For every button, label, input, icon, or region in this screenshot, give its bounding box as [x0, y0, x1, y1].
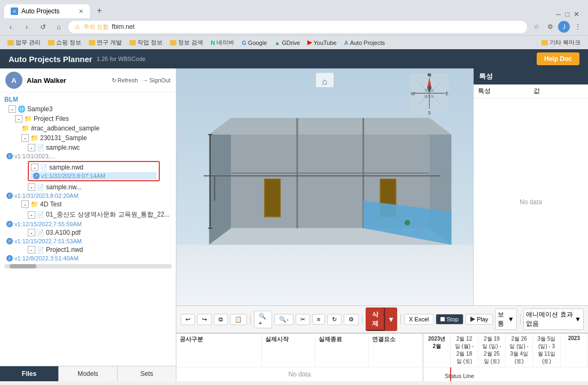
svg-text:S: S [428, 111, 431, 116]
stop-button[interactable]: Stop [436, 314, 463, 325]
viewport[interactable]: 북 S E W 진여도 법인도 ⌂ [176, 68, 473, 305]
expand-project1[interactable]: - [28, 246, 35, 253]
new-tab-button[interactable]: + [92, 3, 107, 18]
animation-dropdown[interactable]: 애니메이션 효과 없음 ▼ [523, 309, 584, 330]
window-minimize-button[interactable]: ─ [556, 10, 561, 18]
bookmark-item-google[interactable]: G Google [238, 38, 270, 47]
reload-button[interactable]: ↺ [36, 20, 49, 33]
bookmark-item-3[interactable]: 작업 정보 [126, 37, 166, 48]
tree-version-nw-other[interactable]: ⏱ v1:1/31/2023,8:02:20AM [0, 192, 176, 199]
main-layout: A Alan Walker ↻ Refresh → SignOut BLM - … [0, 68, 588, 381]
app-title: Auto Projects Planner [9, 55, 92, 64]
tab-models[interactable]: Models [59, 366, 118, 381]
paste-button[interactable]: 📋 [230, 314, 247, 325]
window-maximize-button[interactable]: □ [565, 10, 569, 18]
expand-sample-nwd[interactable]: - [31, 164, 38, 171]
bookmark-star-button[interactable]: ☆ [530, 21, 542, 33]
tab-close-button[interactable]: ✕ [79, 8, 83, 15]
expand-sample-nw-other[interactable]: - [28, 183, 35, 191]
tree-version-jungsan[interactable]: ⏱ v1:12/15/2022,7:55:59AM [0, 220, 176, 228]
signout-button[interactable]: → SignOut [142, 77, 171, 84]
timeline-left-body: No data [176, 367, 423, 381]
bookmark-item-0[interactable]: 업무 관리 [4, 37, 44, 48]
redo-button[interactable]: ↪ [197, 314, 212, 325]
tree-item-sample-nwd[interactable]: - 📄 sample.nwd [31, 163, 157, 172]
tree-item-rac[interactable]: 📁 #rac_adbanced_sample [0, 124, 176, 133]
bookmark-item-2[interactable]: 연구 개발 [86, 37, 125, 48]
bookmark-item-gdrive[interactable]: ▲ GDrive [271, 38, 303, 47]
help-doc-button[interactable]: Help Doc [537, 52, 579, 65]
home-button[interactable]: ⌂ [52, 20, 65, 33]
bookmark-item-other[interactable]: 기타 북마크 [538, 37, 584, 48]
sidebar-hscroll-thumb[interactable] [10, 264, 36, 268]
stop-label: Stop [446, 316, 459, 322]
globe-icon: 🌐 [18, 105, 26, 113]
refresh-data-button[interactable]: ↻ [327, 314, 342, 325]
timeline-period-4: 3월 5일 (일) - 3월 11일 (토) [533, 334, 560, 367]
folder-icon-230131: 📁 [30, 134, 38, 142]
tree-item-project-files[interactable]: - 📁 Project Files [0, 114, 176, 124]
zoom-out-button[interactable]: 🔍- [274, 314, 293, 325]
scissors-icon: ✂ [300, 316, 305, 323]
bookmark-item-naver[interactable]: N 네이버 [207, 37, 237, 48]
tree-version-project1[interactable]: ⏱ v1:12/8/2022,3:51:40AM [0, 255, 176, 262]
bookmark-item-autoprojects[interactable]: A Auto Projects [341, 38, 388, 47]
back-button[interactable]: ‹ [4, 20, 17, 33]
expand-a100[interactable]: - [28, 229, 35, 236]
tree-item-sample3[interactable]: - 🌐 Sample3 [0, 104, 176, 114]
tree-version-a100[interactable]: ⏱ v1:12/15/2022,7:51:53AM [0, 237, 176, 245]
toolbar-sep-3 [400, 314, 401, 325]
browser-toolbar-right: ☆ ⚙ J ⋮ [530, 21, 584, 33]
delete-button-group: 삭제 ▼ [366, 307, 397, 331]
tree-version-nwc[interactable]: ⏱ v1:1/31/2023,... [0, 152, 176, 160]
bookmark-item-youtube[interactable]: ▶ YouTube [304, 38, 339, 47]
play-button[interactable]: Play [466, 314, 493, 325]
svg-point-15 [405, 220, 410, 225]
tab-sets[interactable]: Sets [118, 366, 176, 381]
delete-button[interactable]: 삭제 [366, 307, 385, 331]
tree-item-230131[interactable]: - 📁 230131_Sample [0, 133, 176, 143]
undo-button[interactable]: ↩ [181, 314, 195, 325]
tree-item-4d-test[interactable]: - 📁 4D Test [0, 199, 176, 209]
active-tab[interactable]: A Auto Projects ✕ [4, 4, 90, 18]
expand-sample3[interactable]: - [9, 105, 16, 113]
scissors-button[interactable]: ✂ [296, 314, 310, 325]
timeline-no-data: No data [288, 371, 311, 378]
zoom-in-button[interactable]: 🔍+ [254, 311, 272, 328]
settings-button[interactable]: ⚙ [344, 314, 359, 325]
delete-dropdown-button[interactable]: ▼ [385, 307, 397, 331]
bookmark-item-4[interactable]: 정보 검색 [167, 37, 206, 48]
tree-item-a100[interactable]: - 📄 03.A100.pdf [0, 228, 176, 237]
bookmark-item-1[interactable]: 쇼핑 정보 [45, 37, 84, 48]
align-icon: ≡ [317, 316, 320, 322]
sidebar-hscrollbar[interactable] [4, 264, 172, 268]
expand-sample-nwc[interactable]: - [28, 144, 35, 151]
properties-no-data: No data [474, 98, 588, 305]
forward-button[interactable]: › [20, 20, 33, 33]
tree-version-nwd-highlighted[interactable]: ⏱ v1:1/31/2023,8:07:14AM [31, 172, 157, 180]
expand-jungsan[interactable]: - [28, 211, 35, 219]
expand-project-files[interactable]: - [15, 115, 22, 122]
bookmark-label-autoprojects: Auto Projects [350, 40, 385, 46]
excel-button[interactable]: X Excel [404, 314, 434, 325]
align-button[interactable]: ≡ [312, 314, 325, 325]
speed-dropdown[interactable]: 보통 ▼ [495, 309, 516, 330]
address-input[interactable]: ⚠ 주의 요함 fbim.net [68, 21, 527, 33]
menu-button[interactable]: ⋮ [572, 21, 584, 33]
tree-item-jungsan[interactable]: - 📄 01_중산도 상생역사문화 교육원_통합_22... [0, 209, 176, 220]
extension-puzzle-button[interactable]: ⚙ [544, 21, 556, 33]
expand-4d-test[interactable]: - [21, 201, 29, 208]
tree-item-sample-nw-other[interactable]: - 📄 sample.nw... [0, 182, 176, 192]
timeline-col-4: 연결요소 [369, 334, 422, 367]
profile-button[interactable]: J [558, 21, 570, 33]
youtube-icon: ▶ [307, 39, 312, 46]
refresh-button[interactable]: ↻ Refresh [112, 77, 138, 84]
copy-button[interactable]: ⧉ [214, 314, 228, 325]
tree-item-sample-nwc[interactable]: - 📄 sample.nwc [0, 143, 176, 152]
tree-item-project1[interactable]: - 📄 Project1.nwd [0, 245, 176, 255]
tab-files[interactable]: Files [0, 366, 59, 381]
app-header: Auto Projects Planner 1.26 for WBSCode H… [0, 49, 588, 68]
expand-230131[interactable]: - [21, 134, 29, 142]
window-close-button[interactable]: ✕ [574, 10, 579, 18]
username: Alan Walker [27, 76, 66, 84]
